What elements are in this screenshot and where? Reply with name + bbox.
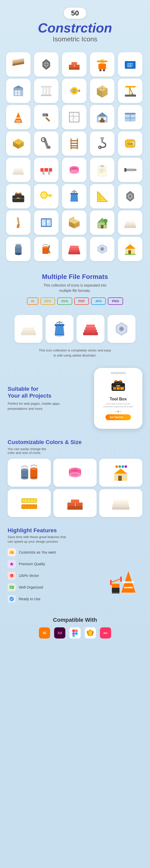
preview-note: This icon collection is completely vecto…: [0, 345, 150, 363]
svg-marker-292: [87, 631, 88, 636]
phone-notch: [110, 372, 126, 374]
svg-rect-205: [86, 324, 95, 328]
svg-rect-191: [128, 250, 131, 254]
svg-rect-121: [124, 168, 126, 172]
feature-icon-quality: [8, 560, 16, 568]
icon-cell-bolt2: [118, 184, 142, 209]
features-subtitle: Save time with these great features that…: [8, 535, 142, 544]
icon-cell-stack2: [62, 237, 86, 261]
icon-cell-toolbox: [6, 184, 30, 209]
svg-rect-115: [100, 165, 104, 167]
suitable-text: Suitable forYour all Projects Perfect fo…: [8, 386, 89, 411]
compat-logos: Ai Xd: [8, 627, 142, 639]
phone-title: Tool Box: [109, 397, 127, 401]
svg-rect-31: [18, 93, 20, 95]
compat-logo-xd: Xd: [54, 627, 65, 639]
svg-rect-277: [124, 587, 133, 588]
svg-marker-266: [10, 562, 14, 566]
preview-icons-row: [0, 310, 150, 345]
svg-rect-108: [48, 172, 50, 175]
svg-rect-151: [41, 219, 42, 226]
svg-rect-33: [41, 86, 52, 88]
svg-point-174: [15, 253, 22, 255]
svg-rect-90: [70, 147, 78, 148]
icon-cell-worker: [90, 52, 115, 76]
svg-rect-135: [73, 190, 75, 193]
icon-cell-gear: [90, 237, 115, 261]
svg-rect-253: [67, 506, 83, 510]
svg-rect-43: [79, 90, 80, 92]
feature-label-quality: Premium Quality: [19, 562, 45, 566]
svg-rect-280: [112, 593, 120, 594]
icon-cell-cement: [6, 237, 30, 261]
phone-get-started-button[interactable]: Get Started →: [105, 414, 131, 420]
svg-marker-236: [114, 469, 127, 474]
svg-rect-11: [69, 67, 80, 70]
svg-rect-219: [120, 387, 124, 390]
icon-cell-tape: [62, 158, 86, 182]
svg-point-84: [48, 146, 51, 149]
svg-point-180: [48, 252, 51, 254]
svg-rect-245: [22, 505, 37, 509]
svg-rect-175: [16, 245, 21, 247]
suitable-section: Suitable forYour all Projects Perfect fo…: [0, 363, 150, 434]
preview-icon-parts: [107, 315, 135, 343]
svg-marker-190: [125, 244, 135, 249]
svg-rect-10: [71, 62, 77, 65]
suitable-description: Perfect for web pages, mobile apps,prese…: [8, 401, 89, 411]
compat-logo-figma: [69, 627, 81, 639]
colors-title: Customizable Colors & Size: [8, 439, 142, 445]
svg-rect-250: [67, 503, 75, 506]
svg-rect-27: [14, 88, 23, 90]
svg-point-222: [21, 477, 28, 479]
icon-cell-ruler: [62, 79, 86, 103]
svg-rect-125: [16, 192, 18, 194]
color-icon-wall: [53, 489, 97, 517]
icon-cell-barrier: [34, 158, 58, 182]
svg-rect-63: [69, 116, 79, 117]
features-section: Highlight Features Save time with these …: [0, 522, 150, 611]
svg-rect-42: [69, 90, 79, 91]
svg-rect-194: [125, 254, 135, 255]
icon-cell-house: [90, 105, 115, 129]
svg-rect-213: [115, 380, 117, 382]
features-title: Highlight Features: [8, 527, 142, 534]
preview-icon-stack-red: [77, 315, 104, 343]
svg-rect-113: [98, 166, 106, 176]
svg-rect-73: [125, 113, 135, 114]
svg-rect-262: [114, 497, 127, 500]
svg-rect-198: [24, 324, 33, 328]
phone-mockup: Tool Box Lorem ipsum dolor sit amet,cons…: [94, 368, 142, 429]
icon-cell-box1: [6, 131, 30, 156]
format-badge-jpg: JPG: [91, 298, 106, 305]
svg-point-233: [122, 465, 124, 468]
svg-rect-104: [41, 168, 44, 172]
svg-rect-168: [126, 221, 134, 223]
svg-rect-145: [17, 217, 20, 225]
svg-rect-70: [98, 117, 101, 120]
svg-point-177: [43, 246, 49, 248]
svg-rect-59: [46, 117, 50, 122]
features-list: Customize as You want Premium Quality: [8, 548, 104, 607]
svg-point-130: [43, 194, 45, 196]
format-badge-svg: SVG: [57, 298, 72, 305]
svg-rect-16: [97, 61, 107, 62]
svg-rect-216: [116, 385, 120, 386]
feature-label-vector: 100% Vector: [19, 574, 39, 578]
svg-marker-32: [14, 86, 23, 88]
icon-cell-hook: [90, 131, 115, 156]
colors-description: You can easily change thecolor and size …: [8, 447, 142, 455]
svg-rect-284: [120, 577, 122, 582]
svg-rect-279: [112, 584, 120, 588]
feature-item-organized: Well Organized: [8, 583, 104, 591]
icon-cell-blueprint: [118, 52, 142, 76]
color-icons-grid: [8, 459, 142, 517]
svg-rect-119: [125, 168, 135, 171]
svg-rect-218: [117, 387, 120, 390]
svg-rect-146: [17, 224, 20, 226]
svg-point-225: [30, 477, 38, 479]
header: 50 Constrction Isometric Icons: [0, 8, 150, 48]
phone-dots: [115, 411, 122, 412]
svg-rect-51: [125, 86, 135, 88]
icon-cell-blade: [118, 158, 142, 182]
